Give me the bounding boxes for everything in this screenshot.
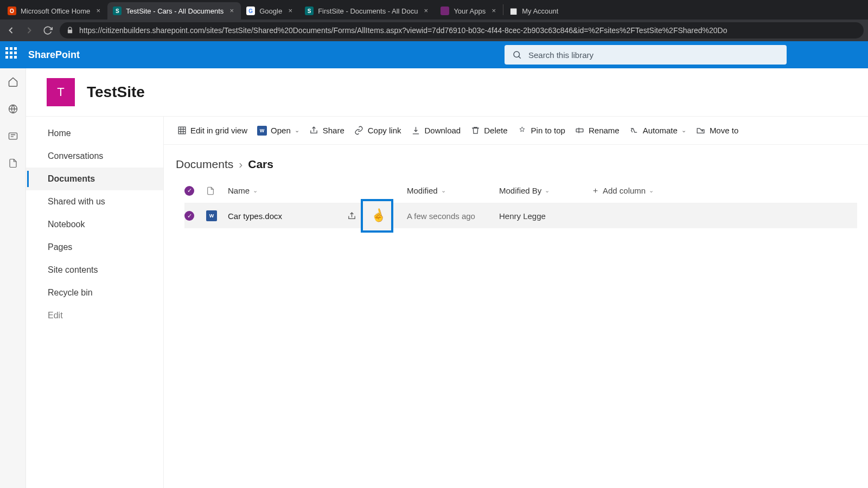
table-row[interactable]: ✓ W Car types.docx A few seconds ago Hen… xyxy=(184,203,857,228)
browser-tab-active[interactable]: S TestSite - Cars - All Documents × xyxy=(107,2,241,20)
breadcrumb-current: Cars xyxy=(248,158,273,171)
tab-title: Google xyxy=(259,7,282,15)
select-all-header[interactable]: ✓ xyxy=(184,186,206,196)
reload-button[interactable] xyxy=(41,24,54,37)
table-header-row: ✓ Name ⌄ Modified ⌄ Modi xyxy=(184,178,857,203)
browser-tab[interactable]: S FirstSite - Documents - All Docu × xyxy=(299,2,435,20)
close-icon[interactable]: × xyxy=(490,7,497,15)
cmd-rename[interactable]: Rename xyxy=(575,126,620,136)
share-icon xyxy=(309,126,319,136)
filetype-header xyxy=(206,186,228,196)
search-input[interactable]: Search this library xyxy=(505,45,787,65)
row-modified: A few seconds ago xyxy=(407,211,499,221)
row-share-icon[interactable] xyxy=(347,211,356,221)
link-icon xyxy=(354,126,364,136)
quick-launch-nav: Home Conversations Documents Shared with… xyxy=(26,117,164,488)
more-actions-highlight[interactable] xyxy=(361,199,393,233)
tab-title: TestSite - Cars - All Documents xyxy=(126,7,224,15)
svg-point-0 xyxy=(514,52,520,57)
chevron-down-icon: ⌄ xyxy=(681,127,686,134)
close-icon[interactable]: × xyxy=(422,7,430,15)
files-icon[interactable] xyxy=(7,157,19,169)
pin-icon xyxy=(518,126,527,136)
breadcrumb: Documents › Cars xyxy=(164,145,868,178)
search-icon xyxy=(512,50,522,60)
nav-conversations[interactable]: Conversations xyxy=(26,145,163,168)
lock-icon xyxy=(66,27,74,34)
tab-title: FirstSite - Documents - All Docu xyxy=(318,7,418,15)
suite-header: SharePoint Search this library xyxy=(0,41,868,68)
col-name[interactable]: Name ⌄ xyxy=(228,186,407,195)
app-launcher-icon[interactable] xyxy=(5,47,21,62)
news-icon[interactable] xyxy=(7,130,19,142)
url-text: https://citizenbuilders.sharepoint.com/s… xyxy=(79,26,727,35)
cmd-move-to[interactable]: Move to xyxy=(696,126,738,136)
globe-icon[interactable] xyxy=(7,103,19,115)
nav-documents[interactable]: Documents xyxy=(26,168,163,190)
cmd-download[interactable]: Download xyxy=(411,126,461,136)
suite-product-name[interactable]: SharePoint xyxy=(28,49,80,61)
browser-tab[interactable]: ▦ My Account xyxy=(503,2,564,20)
nav-home[interactable]: Home xyxy=(26,122,163,145)
row-modified-by[interactable]: Henry Legge xyxy=(499,211,591,221)
close-icon[interactable]: × xyxy=(286,7,294,15)
back-button[interactable] xyxy=(4,24,17,37)
cmd-share[interactable]: Share xyxy=(309,126,344,136)
row-select[interactable]: ✓ xyxy=(184,211,206,221)
svg-rect-4 xyxy=(577,129,584,132)
flow-icon xyxy=(629,126,639,136)
col-modified-by[interactable]: Modified By ⌄ xyxy=(499,186,591,195)
site-title[interactable]: TestSite xyxy=(87,84,145,101)
file-name: Car types.docx xyxy=(228,211,282,221)
site-logo[interactable]: T xyxy=(47,78,75,106)
add-column-button[interactable]: ＋ Add column ⌄ xyxy=(591,185,689,196)
nav-pages[interactable]: Pages xyxy=(26,236,163,259)
url-bar[interactable]: https://citizenbuilders.sharepoint.com/s… xyxy=(60,22,864,38)
breadcrumb-parent[interactable]: Documents xyxy=(176,158,233,171)
chevron-down-icon: ⌄ xyxy=(545,187,550,194)
nav-edit[interactable]: Edit xyxy=(26,304,163,327)
trash-icon xyxy=(470,126,480,136)
home-icon[interactable] xyxy=(7,76,19,88)
microsoft-favicon: ▦ xyxy=(509,7,518,15)
row-icon-cell: W xyxy=(206,210,228,221)
nav-site-contents[interactable]: Site contents xyxy=(26,259,163,281)
cmd-automate[interactable]: Automate ⌄ xyxy=(629,126,686,136)
browser-nav-bar: https://citizenbuilders.sharepoint.com/s… xyxy=(0,20,868,41)
close-icon[interactable]: × xyxy=(228,7,235,15)
document-library: Edit in grid view W Open ⌄ Share xyxy=(164,117,868,488)
nav-recycle-bin[interactable]: Recycle bin xyxy=(26,281,163,304)
download-icon xyxy=(411,126,420,136)
google-favicon: G xyxy=(246,7,255,15)
cmd-edit-grid[interactable]: Edit in grid view xyxy=(177,126,247,136)
plus-icon: ＋ xyxy=(591,185,599,196)
office-favicon: O xyxy=(8,7,16,15)
sharepoint-favicon: S xyxy=(113,7,122,15)
chevron-down-icon: ⌄ xyxy=(441,187,446,194)
cmd-open[interactable]: W Open ⌄ xyxy=(257,126,299,136)
cmd-pin[interactable]: Pin to top xyxy=(518,126,565,136)
chevron-down-icon: ⌄ xyxy=(295,127,299,134)
browser-tab[interactable]: O Microsoft Office Home × xyxy=(2,2,107,20)
chevron-right-icon: › xyxy=(239,158,242,171)
browser-tab-strip: O Microsoft Office Home × S TestSite - C… xyxy=(0,0,868,20)
cmd-copy-link[interactable]: Copy link xyxy=(354,126,401,136)
rename-icon xyxy=(575,126,585,136)
command-bar: Edit in grid view W Open ⌄ Share xyxy=(164,117,868,145)
nav-notebook[interactable]: Notebook xyxy=(26,213,163,236)
chevron-down-icon: ⌄ xyxy=(649,187,654,194)
cmd-delete[interactable]: Delete xyxy=(470,126,507,136)
tab-title: Your Apps xyxy=(454,7,486,15)
browser-tab[interactable]: G Google × xyxy=(241,2,299,20)
browser-tab[interactable]: Your Apps × xyxy=(435,2,503,20)
forward-button[interactable] xyxy=(23,24,36,37)
close-icon[interactable]: × xyxy=(94,7,102,15)
word-icon: W xyxy=(257,126,267,136)
tab-title: My Account xyxy=(522,7,558,15)
col-modified[interactable]: Modified ⌄ xyxy=(407,186,499,195)
file-table: ✓ Name ⌄ Modified ⌄ Modi xyxy=(164,178,868,228)
hand-cursor-icon xyxy=(371,209,383,223)
nav-shared-with-us[interactable]: Shared with us xyxy=(26,190,163,213)
move-icon xyxy=(696,126,706,136)
apps-favicon xyxy=(441,7,449,15)
